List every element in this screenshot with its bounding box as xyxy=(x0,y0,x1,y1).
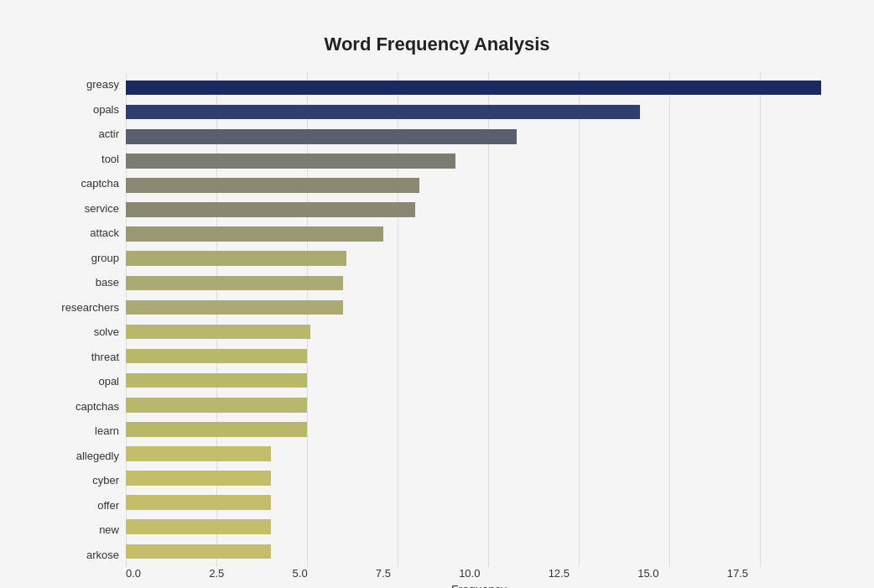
chart-area: greasyopalsactirtoolcaptchaserviceattack… xyxy=(42,72,832,567)
y-label-base: base xyxy=(96,277,119,288)
bars-container xyxy=(126,72,832,567)
bar-row-offer xyxy=(126,491,832,515)
bar-row-tool xyxy=(126,148,832,173)
bar-row-learn xyxy=(126,417,832,441)
x-tick-7: 17.5 xyxy=(727,567,748,580)
chart-title: Word Frequency Analysis xyxy=(42,34,832,55)
bar-tool xyxy=(126,154,455,169)
y-label-service: service xyxy=(85,203,119,214)
y-label-attack: attack xyxy=(90,227,119,238)
bar-base xyxy=(126,276,343,291)
bar-row-base xyxy=(126,271,832,295)
bar-row-captcha xyxy=(126,173,832,197)
y-label-allegedly: allegedly xyxy=(76,450,119,461)
bar-group xyxy=(126,251,346,266)
bar-learn xyxy=(126,422,307,437)
bar-actir xyxy=(126,129,517,144)
y-label-arkose: arkose xyxy=(86,549,119,560)
bar-new xyxy=(126,519,271,534)
bar-threat xyxy=(126,349,307,364)
y-label-cyber: cyber xyxy=(92,475,119,486)
bar-solve xyxy=(126,325,310,340)
bar-opals xyxy=(126,105,640,120)
x-tick-0: 0.0 xyxy=(126,567,141,580)
y-label-tool: tool xyxy=(101,154,119,164)
x-tick-1: 2.5 xyxy=(209,567,224,580)
y-label-offer: offer xyxy=(97,500,119,511)
y-label-solve: solve xyxy=(94,326,119,337)
x-axis-labels: 0.02.55.07.510.012.515.017.5 xyxy=(126,567,748,580)
y-label-captchas: captchas xyxy=(75,401,119,412)
bar-row-service xyxy=(126,197,832,221)
y-label-researchers: researchers xyxy=(61,302,119,313)
bar-arkose xyxy=(126,544,271,559)
bars-and-grid xyxy=(126,72,832,567)
x-tick-2: 5.0 xyxy=(293,567,308,580)
y-label-opals: opals xyxy=(93,104,119,115)
y-label-captcha: captcha xyxy=(81,178,119,189)
bar-row-opals xyxy=(126,100,832,124)
y-label-group: group xyxy=(91,252,119,263)
bar-captchas xyxy=(126,398,307,413)
x-tick-4: 10.0 xyxy=(459,567,480,580)
bar-row-captchas xyxy=(126,393,832,417)
chart-container: Word Frequency Analysis greasyopalsactir… xyxy=(17,17,857,588)
y-label-actir: actir xyxy=(98,128,119,139)
bar-row-threat xyxy=(126,344,832,368)
bar-row-cyber xyxy=(126,466,832,491)
bar-offer xyxy=(126,495,271,510)
bar-allegedly xyxy=(126,446,271,461)
y-axis-labels: greasyopalsactirtoolcaptchaserviceattack… xyxy=(42,72,126,567)
bar-row-arkose xyxy=(126,539,832,564)
bar-row-actir xyxy=(126,124,832,148)
bar-row-solve xyxy=(126,320,832,344)
bar-service xyxy=(126,202,415,217)
bar-row-attack xyxy=(126,222,832,247)
y-label-opal: opal xyxy=(98,376,119,387)
y-label-greasy: greasy xyxy=(86,79,119,90)
x-axis-title: Frequency xyxy=(126,583,832,588)
x-tick-3: 7.5 xyxy=(376,567,391,580)
y-label-threat: threat xyxy=(91,351,119,362)
bar-row-group xyxy=(126,247,832,271)
x-tick-5: 12.5 xyxy=(549,567,570,580)
y-label-new: new xyxy=(99,524,119,535)
bar-row-allegedly xyxy=(126,441,832,466)
bar-captcha xyxy=(126,178,419,193)
bar-row-opal xyxy=(126,368,832,393)
bar-cyber xyxy=(126,471,271,486)
x-tick-6: 15.0 xyxy=(637,567,658,580)
bar-opal xyxy=(126,373,307,388)
bar-row-researchers xyxy=(126,295,832,320)
grid-and-bars xyxy=(126,72,832,567)
bar-greasy xyxy=(126,81,821,96)
bar-attack xyxy=(126,226,383,242)
y-label-learn: learn xyxy=(95,425,119,436)
bar-researchers xyxy=(126,300,343,315)
bar-row-new xyxy=(126,515,832,539)
bar-row-greasy xyxy=(126,75,832,100)
bottom-area: 0.02.55.07.510.012.515.017.5 Frequency xyxy=(42,567,832,588)
